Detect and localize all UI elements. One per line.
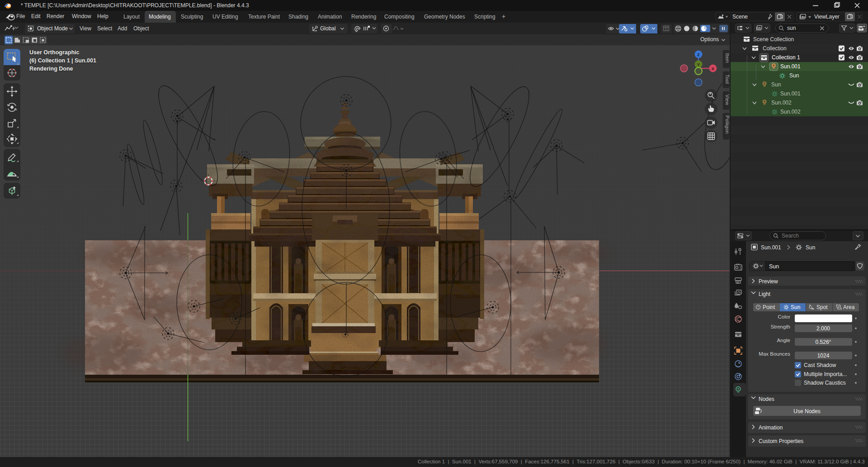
svg-text:X: X (712, 66, 715, 71)
svg-text:Shadow Caustics: Shadow Caustics (804, 380, 846, 386)
svg-text:Strength: Strength (771, 324, 790, 329)
svg-text:Sun.001: Sun.001 (780, 91, 801, 97)
svg-text:Point: Point (763, 304, 775, 310)
svg-text:Collection: Collection (763, 45, 787, 52)
svg-text:Animation: Animation (759, 424, 783, 431)
svg-text:Sun: Sun (806, 244, 815, 251)
svg-text:Nodes: Nodes (759, 396, 774, 402)
svg-text:Area: Area (843, 304, 855, 310)
svg-text:Y: Y (697, 62, 700, 67)
svg-text:Cast Shadow: Cast Shadow (804, 362, 836, 368)
svg-text:Sun.001: Sun.001 (761, 244, 781, 251)
svg-text:Color: Color (778, 314, 791, 319)
svg-text:Sun.002: Sun.002 (771, 100, 792, 106)
svg-text:Multiple Importa...: Multiple Importa... (804, 371, 847, 377)
svg-text:Sun: Sun (791, 304, 800, 310)
svg-text:Sun: Sun (771, 81, 781, 88)
svg-text:Sun: Sun (769, 263, 779, 270)
svg-text:Sun.001: Sun.001 (780, 63, 801, 70)
svg-text:Scene Collection: Scene Collection (753, 36, 794, 43)
svg-text:2.000: 2.000 (816, 325, 830, 332)
svg-text:Sun: Sun (789, 72, 799, 79)
svg-text:Collection 1: Collection 1 (772, 54, 800, 61)
svg-text:Z: Z (697, 52, 700, 57)
svg-text:Max Bounces: Max Bounces (759, 351, 790, 357)
svg-text:Custom Properties: Custom Properties (759, 438, 803, 444)
svg-text:Use Nodes: Use Nodes (793, 408, 820, 415)
svg-text:Preview: Preview (759, 278, 778, 285)
svg-text:Angle: Angle (777, 338, 790, 343)
svg-text:Light: Light (759, 291, 771, 297)
svg-text:Spot: Spot (816, 304, 828, 310)
svg-text:1024: 1024 (817, 353, 830, 359)
svg-text:Sun.002: Sun.002 (780, 109, 801, 115)
svg-text:0.526°: 0.526° (816, 339, 831, 345)
